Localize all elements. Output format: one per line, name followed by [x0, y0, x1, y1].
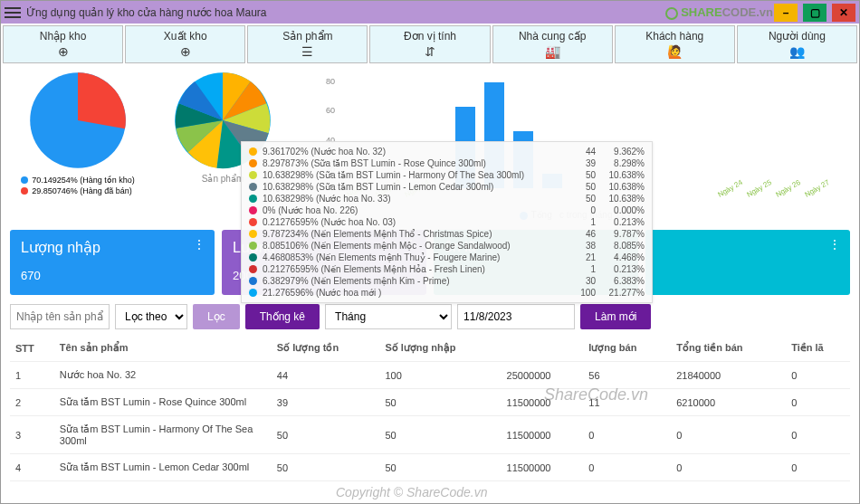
cell-ten: Sữa tắm BST Lumin - Rose Quince 300ml	[54, 389, 272, 416]
cell-slnhap: 50	[379, 416, 501, 454]
col-slton[interactable]: Số lượng tồn	[272, 335, 380, 362]
cell-slnhap: 100	[379, 362, 501, 389]
col-tienlai[interactable]: Tiền lã	[786, 335, 850, 362]
lammoi-button[interactable]: Làm mới	[580, 304, 651, 329]
cell-slban: 56	[583, 362, 671, 389]
col-ten[interactable]: Tên sản phẩm	[54, 335, 272, 362]
cell-slnhap: 50	[379, 389, 501, 416]
cell-slban: 11	[583, 389, 671, 416]
product-icon: ☰	[301, 44, 313, 59]
cell-gia: 11500000	[502, 416, 584, 454]
product-table: STT Tên sản phẩm Số lượng tồn Số lượng n…	[1, 335, 859, 481]
svg-text:Ngày 26: Ngày 26	[775, 178, 803, 199]
tooltip-row: 0.21276595% (Nến Elements Mệnh Hỏa - Fre…	[242, 263, 652, 275]
tooltip-row: 9.787234% (Nến Elements Mệnh Thổ - Chris…	[242, 228, 652, 240]
card-4[interactable]: ⋮	[645, 230, 850, 295]
tooltip-row: 10.638298% (Sữa tắm BST Lumin - Harmony …	[242, 169, 652, 181]
cell-stt: 1	[10, 362, 54, 389]
label: Nhà cung cấp	[519, 30, 586, 43]
label: Đơn vị tính	[404, 30, 456, 43]
close-button[interactable]: ✕	[832, 4, 855, 22]
label: Nhập kho	[40, 30, 87, 43]
card-luong-nhap[interactable]: Lượng nhập 670 ⋮	[10, 230, 215, 295]
col-stt[interactable]: STT	[10, 335, 54, 362]
btn-khach-hang[interactable]: Khách hàng🙋	[615, 25, 735, 63]
tooltip-row: 8.085106% (Nến Elements mệnh Mộc - Orang…	[242, 240, 652, 252]
filter-by-select[interactable]: Lọc theo	[115, 304, 187, 329]
cell-tongtien: 0	[671, 416, 786, 454]
pie2-caption: Sản phẩm	[202, 174, 244, 184]
watermark-copyright: Copyright © ShareCode.vn	[336, 485, 488, 499]
cell-ten: Nước hoa No. 32	[54, 362, 272, 389]
main-toolbar: Nhập kho⊕ Xuất kho⊕ Sản phẩm☰ Đơn vị tín…	[1, 24, 859, 65]
svg-text:60: 60	[326, 106, 335, 115]
tooltip-row: 0.21276595% (Nước hoa No. 03)10.213%	[242, 216, 652, 228]
filter-bar: Lọc theo Lọc Thống kê Tháng Làm mới	[1, 299, 859, 335]
tooltip-row: 10.638298% (Sữa tắm BST Lumin - Lemon Ce…	[242, 181, 652, 193]
table-row[interactable]: 2Sữa tắm BST Lumin - Rose Quince 300ml39…	[10, 389, 850, 416]
cell-ten: Sữa tắm BST Lumin - Harmony Of The Sea 3…	[54, 416, 272, 454]
legend-item: 70.149254% (Hàng tồn kho)	[32, 176, 135, 185]
tooltip-row: 6.382979% (Nến Elements mệnh Kim - Prime…	[242, 275, 652, 287]
cell-stt: 4	[10, 454, 54, 481]
label: Sản phẩm	[282, 30, 332, 43]
label: Xuất kho	[164, 30, 207, 43]
tooltip-row: 4.4680853% (Nến Elements mệnh Thuỷ - Fou…	[242, 252, 652, 263]
table-row[interactable]: 3Sữa tắm BST Lumin - Harmony Of The Sea …	[10, 416, 850, 454]
tooltip-row: 8.297873% (Sữa tắm BST Lumin - Rose Quin…	[242, 157, 652, 169]
unit-icon: ⇵	[425, 44, 435, 59]
cell-slton: 50	[272, 454, 380, 481]
btn-xuat-kho[interactable]: Xuất kho⊕	[125, 25, 245, 63]
col-tongtien[interactable]: Tổng tiền bán	[671, 335, 786, 362]
plus-circle-icon: ⊕	[180, 44, 191, 59]
customer-icon: 🙋	[667, 44, 683, 59]
btn-nguoi-dung[interactable]: Người dùng👥	[737, 25, 857, 63]
cell-tienlai: 0	[786, 362, 850, 389]
col-slban[interactable]: lượng bán	[583, 335, 671, 362]
table-header-row: STT Tên sản phẩm Số lượng tồn Số lượng n…	[10, 335, 850, 362]
pie1-legend: 70.149254% (Hàng tồn kho) 29.850746% (Hà…	[21, 176, 135, 197]
users-icon: 👥	[789, 44, 805, 59]
cell-slton: 50	[272, 416, 380, 454]
maximize-button[interactable]: ▢	[803, 4, 827, 22]
plus-circle-icon: ⊕	[58, 44, 69, 59]
svg-text:80: 80	[326, 77, 335, 86]
table-row[interactable]: 4Sữa tắm BST Lumin - Lemon Cedar 300ml50…	[10, 454, 850, 481]
tooltip-row: 21.276596% (Nước hoa mới )10021.277%	[242, 287, 652, 299]
cell-stt: 2	[10, 389, 54, 416]
pie-chart-stock: 70.149254% (Hàng tồn kho) 29.850746% (Hà…	[10, 71, 146, 226]
cell-tienlai: 0	[786, 389, 850, 416]
thongke-button[interactable]: Thống kê	[245, 304, 320, 329]
table-row[interactable]: 1Nước hoa No. 32441002500000056218400000	[10, 362, 850, 389]
cell-tienlai: 0	[786, 416, 850, 454]
filter-button[interactable]: Lọc	[193, 304, 240, 329]
label: Người dùng	[769, 30, 826, 43]
btn-nhap-kho[interactable]: Nhập kho⊕	[3, 25, 123, 63]
btn-nha-cung-cap[interactable]: Nhà cung cấp🏭	[492, 25, 613, 63]
minimize-button[interactable]: –	[774, 4, 798, 22]
svg-text:Ngày 25: Ngày 25	[746, 178, 774, 199]
more-icon[interactable]: ⋮	[828, 237, 841, 252]
tooltip-row: 0% (Nước hoa No. 226)00.000%	[242, 204, 652, 216]
more-icon[interactable]: ⋮	[193, 237, 205, 252]
menu-icon[interactable]	[5, 7, 21, 18]
card-value: 670	[21, 269, 204, 282]
date-input[interactable]	[457, 304, 575, 329]
pie-tooltip-overlay: 9.361702% (Nước hoa No. 32)449.362%8.297…	[241, 141, 653, 303]
svg-text:Ngày 24: Ngày 24	[717, 178, 745, 199]
btn-san-pham[interactable]: Sản phẩm☰	[247, 25, 368, 63]
col-gia[interactable]	[502, 335, 584, 362]
btn-don-vi-tinh[interactable]: Đơn vị tính⇵	[369, 25, 490, 63]
svg-text:Ngày 27: Ngày 27	[804, 178, 832, 199]
period-select[interactable]: Tháng	[325, 304, 452, 329]
cell-gia: 11500000	[502, 454, 584, 481]
cell-slban: 0	[583, 416, 671, 454]
legend-item: 29.850746% (Hàng đã bán)	[32, 186, 132, 195]
cell-gia: 11500000	[502, 389, 584, 416]
col-slnhap[interactable]: Số lượng nhập	[379, 335, 501, 362]
tooltip-row: 10.638298% (Nước hoa No. 33)5010.638%	[242, 193, 652, 204]
cell-slton: 44	[272, 362, 380, 389]
cell-gia: 25000000	[502, 362, 584, 389]
search-input[interactable]	[10, 304, 110, 329]
titlebar: Ứng dụng quản lý kho cửa hàng nước hoa M…	[1, 1, 859, 24]
